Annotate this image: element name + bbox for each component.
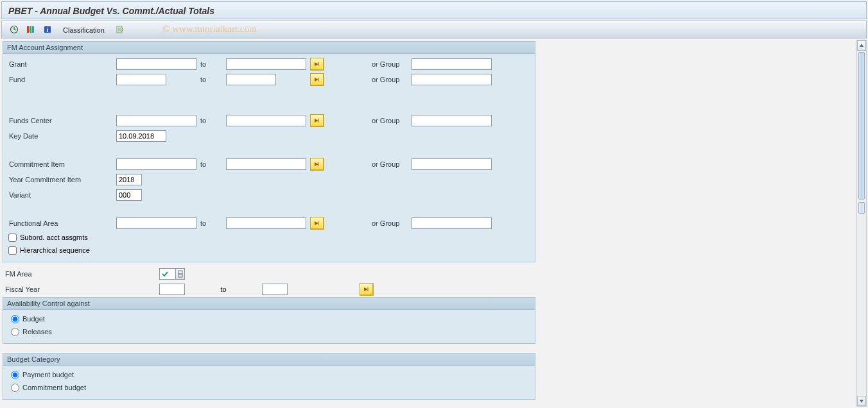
page-title-text: PBET - Annual Budget Vs. Commt./Actual T… bbox=[8, 6, 214, 16]
key-date-label: Key Date bbox=[8, 132, 116, 140]
fund-from-input[interactable] bbox=[116, 74, 166, 85]
fund-to-input[interactable] bbox=[226, 74, 276, 85]
releases-radio-row: Releases bbox=[8, 325, 530, 338]
fiscal-year-label: Fiscal Year bbox=[5, 285, 159, 293]
fm-area-f4-button[interactable] bbox=[176, 268, 185, 280]
commitment-item-to-input[interactable] bbox=[226, 158, 306, 170]
availability-control-group: Availability Control against Budget Rele… bbox=[3, 297, 535, 344]
to-label: to bbox=[196, 160, 226, 168]
arrow-right-icon bbox=[313, 76, 321, 83]
hier-label: Hierarchical sequence bbox=[20, 246, 90, 254]
year-commitment-item-input[interactable] bbox=[116, 174, 142, 185]
grant-to-input[interactable] bbox=[226, 58, 306, 70]
commitment-item-from-input[interactable] bbox=[116, 158, 196, 170]
budget-radio-row: Budget bbox=[8, 312, 530, 325]
chevron-up-icon bbox=[859, 43, 864, 48]
fm-group-title: FM Account Assignment bbox=[3, 42, 535, 54]
fund-label: Fund bbox=[8, 76, 116, 83]
functional-area-to-input[interactable] bbox=[226, 217, 306, 229]
svg-marker-12 bbox=[315, 62, 318, 66]
scroll-thumb-indicator[interactable] bbox=[858, 202, 865, 214]
fund-group-input[interactable] bbox=[412, 74, 492, 85]
variant-icon[interactable] bbox=[24, 23, 38, 36]
commitment-budget-radio[interactable] bbox=[11, 384, 19, 392]
grant-group-input[interactable] bbox=[412, 58, 492, 70]
funds-center-to-input[interactable] bbox=[226, 115, 306, 126]
commitment-item-row: Commitment Item to or Group bbox=[8, 157, 530, 172]
commitment-budget-radio-row: Commitment budget bbox=[8, 381, 530, 394]
svg-rect-3 bbox=[27, 26, 29, 33]
funds-center-row: Funds Center to or Group bbox=[8, 113, 530, 128]
orgroup-label: or Group bbox=[370, 60, 412, 68]
to-label: to bbox=[185, 285, 262, 293]
svg-rect-4 bbox=[30, 26, 31, 33]
fiscal-year-row: Fiscal Year to bbox=[3, 282, 535, 297]
functional-area-multi-select-button[interactable] bbox=[310, 217, 324, 230]
key-date-input[interactable] bbox=[116, 130, 166, 142]
funds-center-label: Funds Center bbox=[8, 117, 116, 124]
arrow-right-icon bbox=[313, 117, 321, 124]
orgroup-label: or Group bbox=[370, 76, 412, 83]
payment-budget-radio-row: Payment budget bbox=[8, 368, 530, 381]
fund-row: Fund to or Group bbox=[8, 72, 530, 87]
variant-label: Variant bbox=[8, 191, 116, 199]
budget-radio[interactable] bbox=[11, 315, 19, 323]
svg-rect-23 bbox=[178, 274, 182, 277]
payment-budget-radio[interactable] bbox=[11, 371, 19, 379]
options-icon[interactable] bbox=[113, 23, 127, 36]
classification-button[interactable]: Classification bbox=[57, 23, 110, 36]
bcat-group-title: Budget Category bbox=[3, 353, 535, 366]
budget-category-group: Budget Category Payment budget Commitmen… bbox=[3, 353, 535, 400]
commitment-item-label: Commitment Item bbox=[8, 160, 116, 168]
svg-marker-20 bbox=[315, 221, 318, 225]
payment-budget-radio-label: Payment budget bbox=[22, 371, 74, 378]
variant-row: Variant bbox=[8, 187, 530, 203]
to-label: to bbox=[196, 219, 226, 227]
svg-marker-18 bbox=[315, 162, 318, 166]
functional-area-group-input[interactable] bbox=[412, 217, 492, 229]
classification-button-label: Classification bbox=[63, 26, 105, 34]
info-icon[interactable]: i bbox=[40, 23, 55, 36]
fiscal-year-multi-select-button[interactable] bbox=[360, 283, 374, 296]
commitment-item-group-input[interactable] bbox=[412, 158, 492, 170]
arrow-right-icon bbox=[363, 286, 370, 293]
scroll-down-button[interactable] bbox=[857, 396, 866, 406]
key-date-row: Key Date bbox=[8, 128, 530, 144]
fm-account-assignment-group: FM Account Assignment Grant to or Group … bbox=[3, 41, 535, 262]
fiscal-year-to-input[interactable] bbox=[262, 284, 288, 295]
vertical-scrollbar[interactable] bbox=[856, 40, 867, 407]
fiscal-year-from-input[interactable] bbox=[159, 284, 185, 295]
check-icon bbox=[161, 270, 169, 278]
releases-radio[interactable] bbox=[11, 328, 19, 336]
funds-center-group-input[interactable] bbox=[412, 115, 492, 126]
hier-checkbox-row: Hierarchical sequence bbox=[8, 244, 530, 257]
scroll-thumb[interactable] bbox=[858, 52, 865, 200]
svg-marker-16 bbox=[315, 119, 318, 123]
f4-help-icon bbox=[178, 270, 183, 278]
fm-area-input[interactable] bbox=[159, 268, 176, 280]
functional-area-label: Functional Area bbox=[8, 219, 116, 227]
subord-label: Subord. acct assgmts bbox=[20, 234, 88, 241]
grant-from-input[interactable] bbox=[116, 58, 196, 70]
commitment-item-multi-select-button[interactable] bbox=[310, 158, 324, 171]
budget-radio-label: Budget bbox=[22, 315, 45, 323]
funds-center-from-input[interactable] bbox=[116, 115, 196, 126]
scroll-up-button[interactable] bbox=[857, 40, 866, 51]
hier-checkbox[interactable] bbox=[8, 246, 17, 255]
orgroup-label: or Group bbox=[370, 219, 412, 227]
releases-radio-label: Releases bbox=[22, 328, 52, 336]
subord-checkbox[interactable] bbox=[8, 234, 17, 242]
to-label: to bbox=[196, 117, 226, 124]
svg-rect-22 bbox=[178, 271, 182, 274]
grant-multi-select-button[interactable] bbox=[310, 58, 324, 71]
fund-multi-select-button[interactable] bbox=[310, 73, 324, 86]
funds-center-multi-select-button[interactable] bbox=[310, 114, 324, 127]
execute-icon[interactable] bbox=[7, 23, 21, 36]
to-label: to bbox=[196, 60, 226, 68]
to-label: to bbox=[196, 76, 226, 83]
content-area: FM Account Assignment Grant to or Group … bbox=[3, 41, 856, 408]
variant-input[interactable] bbox=[116, 189, 142, 201]
functional-area-from-input[interactable] bbox=[116, 217, 196, 229]
avc-group-title: Availability Control against bbox=[3, 298, 535, 310]
svg-marker-27 bbox=[860, 400, 864, 403]
